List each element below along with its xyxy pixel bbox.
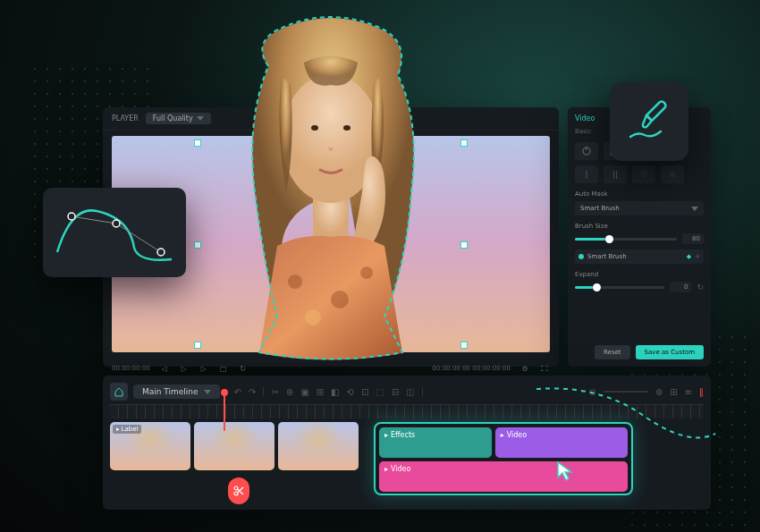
svg-point-18 [68, 213, 75, 220]
tool-button[interactable]: ⊟ [392, 387, 399, 397]
smart-brush-toggle[interactable]: Smart Brush ◆ + [575, 249, 704, 264]
tool-button[interactable]: ◧ [331, 387, 339, 397]
svg-point-20 [157, 249, 165, 256]
tool-button[interactable]: ▣ [300, 387, 308, 397]
expand-slider[interactable] [575, 286, 664, 289]
playhead[interactable] [224, 393, 225, 431]
timeline-title-dropdown[interactable]: Main Timeline [133, 384, 220, 399]
brush-size-value: 80 [682, 233, 704, 244]
chevron-down-icon [204, 390, 211, 394]
chevron-down-icon [691, 207, 698, 211]
video-clip[interactable]: ▸Label [110, 422, 190, 470]
play-icon: ▸ [501, 431, 504, 439]
svg-line-17 [116, 224, 161, 252]
tool-button[interactable]: ⟲ [346, 387, 353, 397]
subject-image [197, 13, 465, 371]
home-button[interactable] [110, 383, 128, 401]
prev-frame-button[interactable]: ◁ [159, 363, 170, 374]
tool-button[interactable]: ⬚ [376, 387, 384, 397]
scissors-icon [232, 485, 245, 497]
tool-button[interactable]: ⊕ [286, 387, 293, 397]
auto-mask-label: Auto Mask [575, 190, 704, 198]
play-icon: ▸ [116, 426, 120, 433]
curve-editor-card[interactable] [43, 188, 186, 277]
brush-icon [625, 97, 673, 146]
save-custom-button[interactable]: Save as Custom [636, 345, 704, 359]
tool-button[interactable]: ⊡ [361, 387, 368, 397]
timecode-left: 00:00:00:00 [112, 365, 150, 372]
redo-button[interactable]: ↷ [249, 387, 256, 397]
svg-point-6 [305, 309, 321, 325]
tab-video[interactable]: Video [575, 114, 595, 122]
fullscreen-button[interactable]: ⛶ [539, 363, 550, 374]
status-dot-icon [578, 254, 584, 259]
expand-value: 0 [670, 282, 691, 292]
shape-heart-button[interactable]: ♡ [632, 165, 655, 183]
tool-button[interactable]: ✂ [271, 387, 278, 397]
svg-point-2 [343, 125, 350, 131]
svg-point-19 [113, 220, 120, 227]
play-button[interactable]: ▷ [179, 363, 190, 374]
bezier-curve-icon [54, 198, 175, 266]
video-clip[interactable] [194, 422, 274, 470]
tool-button[interactable]: ◫ [406, 387, 414, 397]
tool-button[interactable]: ⊞ [317, 387, 324, 397]
brush-size-label: Brush Size [575, 223, 704, 230]
expand-label: Expand [575, 271, 704, 278]
svg-point-4 [331, 291, 349, 308]
shape-star-button[interactable]: ☆ [661, 165, 684, 183]
svg-line-16 [72, 216, 116, 224]
undo-button[interactable]: ↶ [234, 387, 241, 397]
svg-point-3 [288, 274, 302, 289]
player-label: PLAYER [112, 114, 139, 122]
power-button[interactable] [575, 142, 598, 160]
brush-size-slider[interactable] [575, 238, 677, 241]
svg-point-5 [360, 266, 373, 279]
auto-mask-dropdown[interactable]: Smart Brush [575, 201, 704, 215]
svg-point-1 [311, 125, 318, 131]
play-icon: ▸ [384, 431, 388, 439]
cut-marker[interactable] [228, 477, 249, 504]
cursor-icon [554, 460, 578, 483]
brush-tool-card[interactable] [610, 82, 688, 161]
shape-line-button[interactable]: | [575, 165, 598, 183]
reset-button[interactable]: Reset [595, 345, 630, 359]
effects-clip[interactable]: ▸Effects [379, 427, 492, 458]
video-clip[interactable] [278, 422, 359, 470]
play-icon: ▸ [384, 465, 388, 473]
settings-button[interactable]: ⚙ [519, 363, 530, 374]
shape-lines-button[interactable]: || [604, 165, 627, 183]
